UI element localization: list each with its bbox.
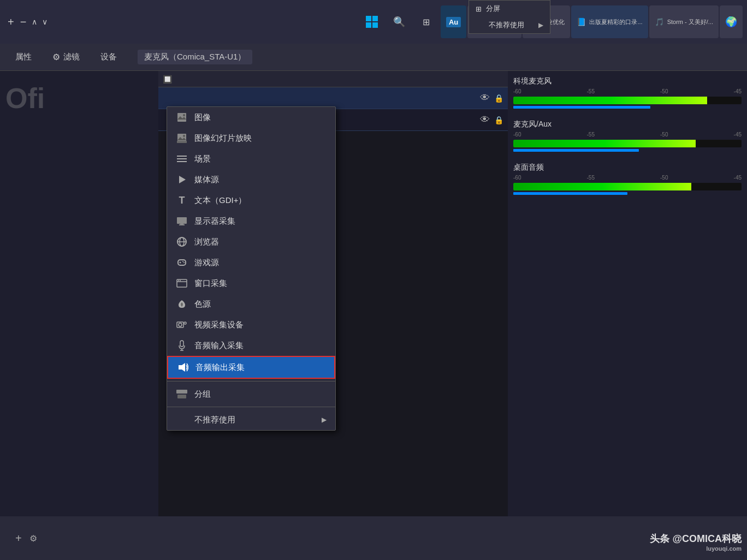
taskbar-up-arrow[interactable]: ∧ xyxy=(30,17,39,26)
submenu-arrow-icon: ▶ xyxy=(322,416,327,424)
text-icon: T xyxy=(176,194,188,206)
filter-gear-icon: ⚙ xyxy=(52,52,60,62)
menu-item-slideshow[interactable]: 图像幻灯片放映 xyxy=(167,128,335,148)
svg-rect-1 xyxy=(372,16,378,21)
svg-rect-38 xyxy=(177,395,186,398)
context-menu: 图像 图像幻灯片放映 场景 媒体源 xyxy=(167,106,336,431)
menu-label-text: 文本（GDI+） xyxy=(194,195,246,206)
menubar-filter-item[interactable]: ⚙ 滤镜 xyxy=(52,52,80,62)
audio-output-icon xyxy=(177,361,189,373)
taskbar-down-arrow[interactable]: ∨ xyxy=(40,17,49,26)
menu-item-game[interactable]: 游戏源 xyxy=(167,252,335,273)
top-right-popup: ⊞ 分屏 不推荐使用 ▶ xyxy=(469,0,550,34)
popup-split-screen[interactable]: ⊞ 分屏 xyxy=(469,1,550,17)
group-icon xyxy=(176,388,188,400)
audio-blue-bar-1 xyxy=(513,106,650,109)
color-icon xyxy=(176,298,188,310)
audio-ruler-2: -60 -55 -50 -45 xyxy=(513,132,742,138)
menu-item-media[interactable]: 媒体源 xyxy=(167,169,335,190)
menu-label-color: 色源 xyxy=(194,299,211,309)
right-panel: 科境麦克风 -60 -55 -50 -45 麦克风/Aux -60 -55 -5… xyxy=(508,71,747,516)
audio-track-1-label: 科境麦克风 xyxy=(513,76,742,86)
menu-item-display[interactable]: 显示器采集 xyxy=(167,211,335,231)
svg-marker-14 xyxy=(179,176,186,183)
menubar: 属性 ⚙ 滤镜 设备 麦克风（Comica_STA-U1） xyxy=(0,44,747,71)
display-icon xyxy=(176,215,188,227)
lock-icon-1[interactable]: 🔒 xyxy=(494,94,503,103)
ofi-text: Ofi xyxy=(5,82,45,115)
search-button[interactable]: 🔍 xyxy=(386,5,412,38)
menubar-properties[interactable]: 属性 xyxy=(11,50,36,64)
menu-item-image[interactable]: 图像 xyxy=(167,107,335,128)
svg-point-31 xyxy=(179,323,182,326)
taskbar-minus[interactable]: − xyxy=(18,16,29,28)
audio-green-bar-1 xyxy=(513,97,707,104)
svg-rect-2 xyxy=(366,22,371,28)
scene-icon xyxy=(176,153,188,165)
menu-label-not-recommended: 不推荐使用 xyxy=(194,415,235,425)
audio-input-icon xyxy=(176,339,188,352)
obs-app[interactable]: 📘 出版夏精彩的口录... xyxy=(571,5,648,38)
audio-ruler-3: -60 -55 -50 -45 xyxy=(513,175,742,181)
svg-rect-0 xyxy=(366,16,371,21)
menu-label-display: 显示器采集 xyxy=(194,216,235,227)
menu-item-audio-input[interactable]: 音频输入采集 xyxy=(167,335,335,356)
taskview-button[interactable]: ⊞ xyxy=(413,5,440,38)
audio-track-2-label: 麦克风/Aux xyxy=(513,120,742,129)
image-icon xyxy=(176,111,188,123)
bottom-bar: + ⚙ xyxy=(0,516,747,560)
svg-point-28 xyxy=(178,280,179,281)
svg-point-9 xyxy=(183,135,185,137)
menu-item-window[interactable]: 窗口采集 xyxy=(167,273,335,294)
au-app[interactable]: Au xyxy=(441,5,466,38)
svg-rect-15 xyxy=(177,217,187,224)
audio-track-3: 桌面音频 -60 -55 -50 -45 xyxy=(513,163,742,195)
menu-item-text[interactable]: T 文本（GDI+） xyxy=(167,190,335,211)
menu-item-audio-output[interactable]: 音频输出采集 xyxy=(167,356,335,379)
watermark: 头条 @COMICA科晓 luyouqi.com xyxy=(650,532,742,552)
audio-track-1: 科境麦克风 -60 -55 -50 -45 xyxy=(513,76,742,109)
scene-header: 🔲 xyxy=(158,71,508,87)
left-panel: Ofi xyxy=(0,71,158,516)
eye-icon-2[interactable]: 👁 xyxy=(480,114,490,126)
bottom-plus-button[interactable]: + xyxy=(11,532,26,545)
game-icon xyxy=(176,257,188,269)
menu-label-browser: 浏览器 xyxy=(194,237,219,247)
menu-item-browser[interactable]: 浏览器 xyxy=(167,231,335,252)
svg-marker-36 xyxy=(179,363,185,372)
svg-point-6 xyxy=(183,114,185,116)
not-recommended-icon xyxy=(176,414,188,426)
menu-item-color[interactable]: 色源 xyxy=(167,294,335,314)
menu-item-scene[interactable]: 场景 xyxy=(167,148,335,169)
popup-arrow-icon: ▶ xyxy=(538,21,543,29)
audio-bar-1 xyxy=(513,97,742,104)
svg-rect-37 xyxy=(176,390,187,394)
menu-item-not-recommended[interactable]: 不推荐使用 ▶ xyxy=(167,409,335,430)
slideshow-icon xyxy=(176,132,188,144)
popup-not-recommended[interactable]: 不推荐使用 ▶ xyxy=(469,17,550,33)
taskbar-plus[interactable]: + xyxy=(5,16,16,28)
audio-bar-2 xyxy=(513,140,742,147)
split-icon: ⊞ xyxy=(476,5,482,13)
audio-blue-bar-2 xyxy=(513,149,639,152)
bottom-icon[interactable]: ⚙ xyxy=(26,533,40,544)
audio-green-bar-3 xyxy=(513,183,691,190)
eye-icon-1[interactable]: 👁 xyxy=(480,92,490,104)
menu-label-video-capture: 视频采集设备 xyxy=(194,320,244,330)
scene-row-1: 👁 🔒 xyxy=(158,87,508,109)
storm-app[interactable]: 🎵 Storm - 又美好/... xyxy=(649,5,719,38)
menu-separator-2 xyxy=(167,407,335,407)
menu-item-group[interactable]: 分组 xyxy=(167,384,335,404)
menu-item-video-capture[interactable]: 视频采集设备 xyxy=(167,314,335,335)
menubar-device[interactable]: 设备 xyxy=(96,50,121,64)
menu-label-scene: 场景 xyxy=(194,154,211,164)
menu-label-slideshow: 图像幻灯片放映 xyxy=(194,133,252,144)
audio-ruler-1: -60 -55 -50 -45 xyxy=(513,88,742,94)
svg-rect-4 xyxy=(177,113,186,122)
lock-icon-2[interactable]: 🔒 xyxy=(494,116,503,124)
svg-point-29 xyxy=(180,280,181,281)
globe-app[interactable]: 🌍 xyxy=(720,5,743,38)
windows-button[interactable] xyxy=(359,5,385,38)
menu-label-game: 游戏源 xyxy=(194,258,219,268)
menubar-mic-label: 麦克风（Comica_STA-U1） xyxy=(138,50,252,64)
